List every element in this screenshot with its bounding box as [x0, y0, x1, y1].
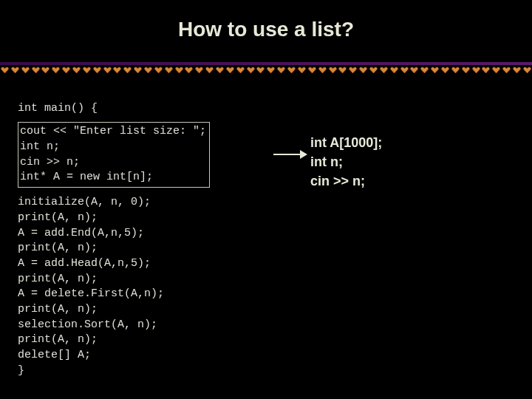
heart-icon [52, 66, 60, 74]
heart-icon [134, 66, 142, 74]
heart-icon [287, 66, 296, 74]
code-block: int main() { cout << "Enter list size: "… [0, 86, 532, 378]
code-line: cout << "Enter list size: "; [20, 125, 206, 137]
svg-marker-1 [300, 150, 307, 159]
code-line: print(A, n); [18, 242, 98, 254]
heart-icon [502, 66, 511, 74]
heart-icon [93, 66, 101, 74]
heart-icon [298, 66, 306, 74]
heart-icon [369, 66, 378, 74]
heart-icon [390, 66, 398, 74]
code-line: selection.Sort(A, n); [18, 318, 157, 331]
heart-icon [83, 66, 91, 74]
heart-icon [11, 66, 19, 74]
heart-icon [72, 66, 81, 74]
heart-icon [451, 66, 460, 74]
heart-icon [349, 66, 357, 74]
heart-divider-row [0, 66, 532, 74]
code-line: A = delete.First(A,n); [18, 287, 164, 300]
heart-icon [185, 66, 193, 74]
heart-icon [441, 66, 449, 74]
code-line: print(A, n); [18, 303, 98, 316]
heart-icon [256, 66, 265, 74]
heart-icon [431, 66, 439, 74]
heart-icon [154, 66, 163, 74]
heart-icon [308, 66, 316, 74]
code-line: int n; [20, 140, 60, 153]
heart-icon [318, 66, 327, 74]
heart-icon [62, 66, 70, 74]
code-line: print(A, n); [18, 273, 98, 285]
heart-icon [41, 66, 50, 74]
code-line: initialize(A, n, 0); [18, 196, 151, 208]
heart-icon [420, 66, 429, 74]
heart-icon [267, 66, 275, 74]
divider-bar [0, 62, 532, 65]
heart-icon [236, 66, 245, 74]
code-line: A = add.End(A,n,5); [18, 227, 144, 239]
heart-icon [205, 66, 214, 74]
heart-icon [329, 66, 337, 74]
code-line: A = add.Head(A,n,5); [18, 257, 151, 270]
heart-icon [338, 66, 347, 74]
heart-icon [103, 66, 112, 74]
code-line: int* A = new int[n]; [20, 171, 153, 183]
code-line: cin >> n; [20, 156, 80, 168]
heart-icon [195, 66, 203, 74]
heart-icon [359, 66, 367, 74]
alt-line: int n; [310, 154, 343, 169]
heart-icon [21, 66, 30, 74]
heart-icon [165, 66, 173, 74]
heart-icon [144, 66, 152, 74]
heart-icon [513, 66, 521, 74]
code-line: } [18, 364, 24, 377]
alternative-code-block: int A[1000]; int n; cin >> n; [310, 133, 382, 191]
heart-icon [523, 66, 531, 74]
heart-icon [400, 66, 409, 74]
alt-line: cin >> n; [310, 174, 365, 188]
heart-icon [380, 66, 388, 74]
heart-icon [226, 66, 234, 74]
code-line: print(A, n); [18, 211, 98, 224]
heart-icon [113, 66, 121, 74]
heart-icon [1, 66, 9, 74]
heart-icon [247, 66, 255, 74]
heart-icon [472, 66, 480, 74]
heart-icon [175, 66, 183, 74]
alt-line: int A[1000]; [310, 135, 382, 150]
highlighted-code-box: cout << "Enter list size: "; int n; cin … [18, 122, 210, 188]
heart-icon [123, 66, 132, 74]
code-line: int main() { [18, 102, 98, 115]
heart-icon [32, 66, 40, 74]
code-line: print(A, n); [18, 333, 98, 346]
slide-title: How to use a list? [0, 0, 532, 62]
heart-icon [277, 66, 285, 74]
heart-icon [492, 66, 500, 74]
arrow-icon [273, 149, 307, 160]
code-line: delete[] A; [18, 349, 91, 361]
heart-icon [216, 66, 224, 74]
heart-icon [410, 66, 418, 74]
heart-icon [482, 66, 490, 74]
heart-icon [462, 66, 470, 74]
